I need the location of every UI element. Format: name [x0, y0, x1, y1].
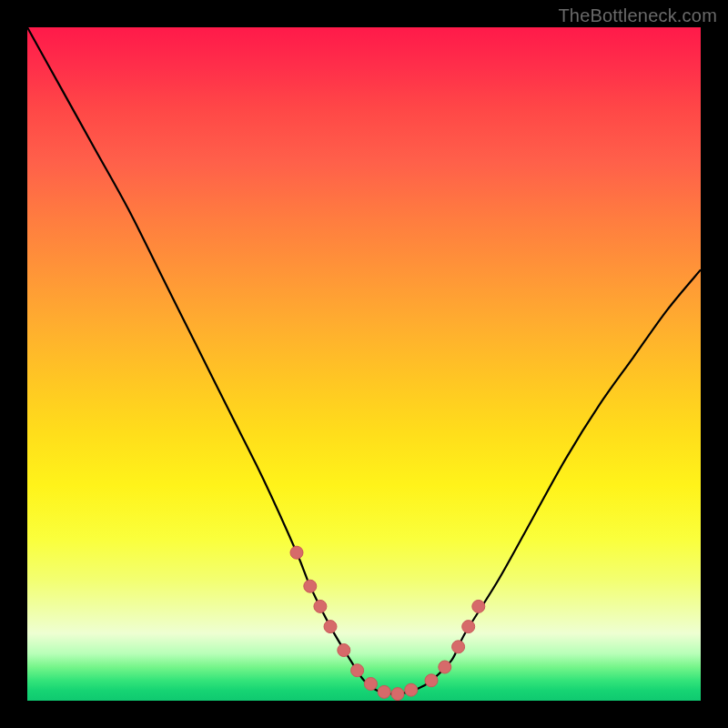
bottleneck-curve: [27, 27, 701, 694]
marker-dot: [439, 661, 451, 673]
marker-dot: [338, 644, 350, 657]
marker-dot: [425, 674, 438, 687]
marker-dot: [462, 621, 475, 633]
curve-svg: [27, 27, 701, 701]
marker-dot: [472, 600, 485, 612]
marker-dot: [324, 621, 337, 633]
marker-dot: [391, 688, 404, 701]
marker-dot: [314, 600, 327, 612]
marker-dot: [290, 546, 303, 559]
marker-group: [290, 546, 485, 700]
marker-dot: [351, 664, 364, 677]
marker-dot: [304, 580, 317, 592]
marker-dot: [364, 678, 377, 691]
plot-area: [27, 27, 701, 701]
chart-frame: TheBottleneck.com: [0, 0, 728, 728]
marker-dot: [452, 641, 465, 653]
watermark-text: TheBottleneck.com: [558, 5, 717, 26]
marker-dot: [405, 683, 418, 696]
marker-dot: [378, 685, 390, 698]
